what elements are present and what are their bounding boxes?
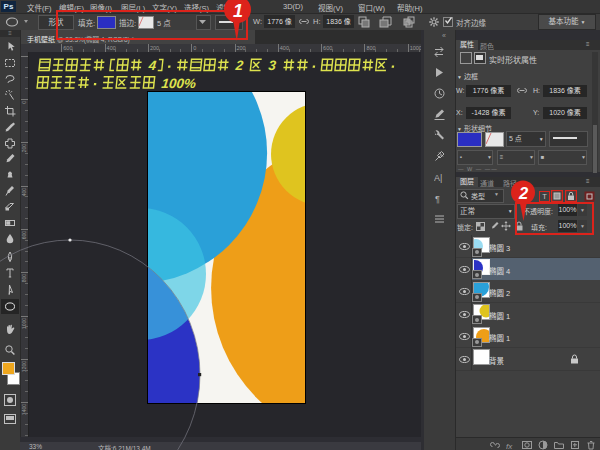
svg-text:¶: ¶ (435, 194, 440, 204)
svg-text:A|: A| (434, 173, 442, 183)
svg-text:fx: fx (506, 442, 513, 450)
